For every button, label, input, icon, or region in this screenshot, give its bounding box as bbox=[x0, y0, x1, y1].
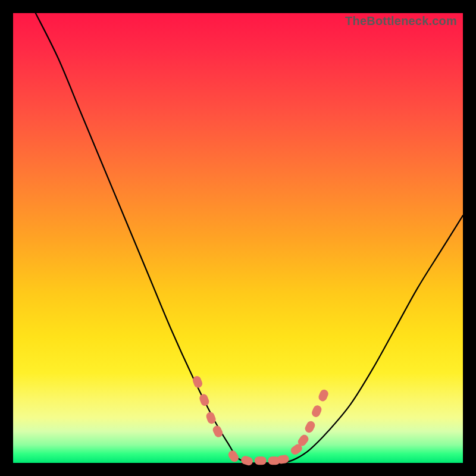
marker-dot bbox=[211, 424, 224, 439]
plot-area: TheBottleneck.com bbox=[13, 13, 463, 463]
marker-dot bbox=[317, 389, 330, 403]
marker-dot bbox=[255, 456, 267, 465]
marker-dot bbox=[311, 404, 323, 418]
marker-dot bbox=[227, 449, 240, 464]
curve-svg bbox=[13, 13, 463, 463]
bottleneck-curve bbox=[36, 13, 463, 464]
marker-group bbox=[192, 375, 330, 466]
marker-dot bbox=[303, 419, 316, 434]
marker-dot bbox=[198, 393, 210, 407]
chart-frame: TheBottleneck.com bbox=[0, 0, 476, 476]
marker-dot bbox=[240, 455, 253, 466]
